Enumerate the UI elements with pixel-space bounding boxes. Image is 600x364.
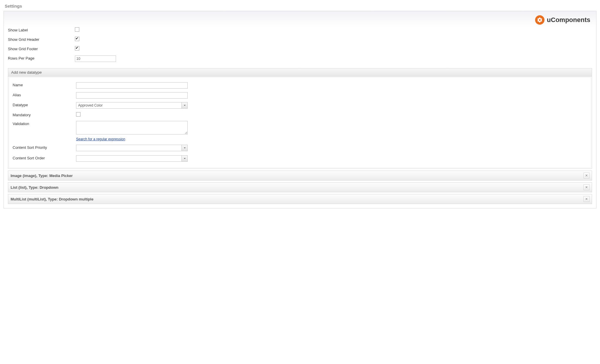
- datatype-row[interactable]: MultiList (multiList), Type: Dropdown mu…: [8, 194, 592, 204]
- mandatory-label: Mandatory: [13, 112, 76, 117]
- chevron-down-icon: [181, 145, 187, 151]
- datatype-row-label: MultiList (multiList), Type: Dropdown mu…: [11, 197, 93, 201]
- chevron-down-icon: [181, 102, 187, 108]
- datatype-row[interactable]: List (list), Type: Dropdown ✕: [8, 182, 592, 192]
- datatype-row-label: List (list), Type: Dropdown: [11, 185, 58, 190]
- add-datatype-heading: Add new datatype: [8, 68, 592, 77]
- close-icon[interactable]: ✕: [584, 184, 589, 190]
- logo-text: uComponents: [547, 16, 590, 24]
- datatype-select-value: Approved Color: [76, 102, 181, 108]
- datatype-select[interactable]: Approved Color: [76, 102, 188, 109]
- close-icon[interactable]: ✕: [584, 196, 589, 202]
- name-label: Name: [13, 82, 76, 87]
- content-sort-priority-label: Content Sort Priority: [13, 145, 76, 150]
- add-datatype-fieldset: Add new datatype Name Alias Datatype App…: [8, 68, 592, 169]
- validation-textarea[interactable]: [76, 121, 188, 134]
- regex-search-link[interactable]: Search for a regular expression: [76, 137, 125, 141]
- alias-input[interactable]: [76, 92, 188, 99]
- settings-panel: uComponents Show Label Show Grid Header …: [4, 11, 596, 208]
- alias-label: Alias: [13, 92, 76, 97]
- name-input[interactable]: [76, 82, 188, 89]
- show-label-checkbox[interactable]: [75, 27, 79, 32]
- logo: uComponents: [535, 15, 590, 25]
- chevron-down-icon: [181, 156, 187, 161]
- datatype-row-label: Image (image), Type: Media Picker: [11, 173, 73, 178]
- close-icon[interactable]: ✕: [584, 173, 589, 178]
- content-sort-priority-select[interactable]: [76, 145, 188, 151]
- content-sort-order-value: [76, 156, 181, 161]
- validation-label: Validation: [13, 121, 76, 126]
- top-settings: Show Label Show Grid Header Show Grid Fo…: [8, 25, 592, 64]
- rows-per-page-label: Rows Per Page: [8, 55, 75, 60]
- content-sort-order-select[interactable]: [76, 155, 188, 162]
- page-title: Settings: [4, 4, 596, 9]
- datatype-label: Datatype: [13, 102, 76, 107]
- show-grid-footer-checkbox[interactable]: [75, 46, 79, 50]
- show-grid-header-label: Show Grid Header: [8, 37, 75, 42]
- datatype-row[interactable]: Image (image), Type: Media Picker ✕: [8, 171, 592, 181]
- show-grid-footer-label: Show Grid Footer: [8, 46, 75, 51]
- show-label-label: Show Label: [8, 27, 75, 32]
- show-grid-header-checkbox[interactable]: [75, 37, 79, 41]
- gears-icon: [535, 15, 544, 25]
- mandatory-checkbox[interactable]: [76, 112, 80, 117]
- content-sort-priority-value: [76, 145, 181, 151]
- content-sort-order-label: Content Sort Order: [13, 155, 76, 160]
- rows-per-page-input[interactable]: [75, 55, 116, 62]
